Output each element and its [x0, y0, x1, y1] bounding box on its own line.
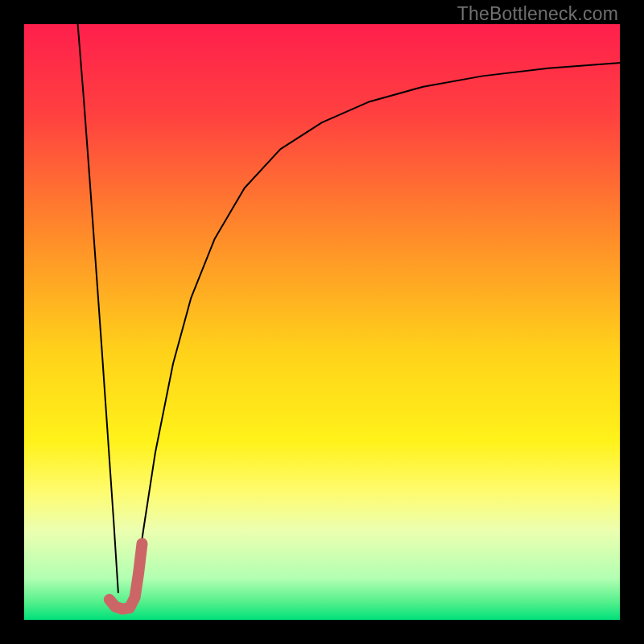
chart-frame: TheBottleneck.com: [0, 0, 644, 644]
plot-area: [24, 24, 620, 620]
chart-svg: [24, 24, 620, 620]
attribution-watermark: TheBottleneck.com: [457, 3, 618, 25]
